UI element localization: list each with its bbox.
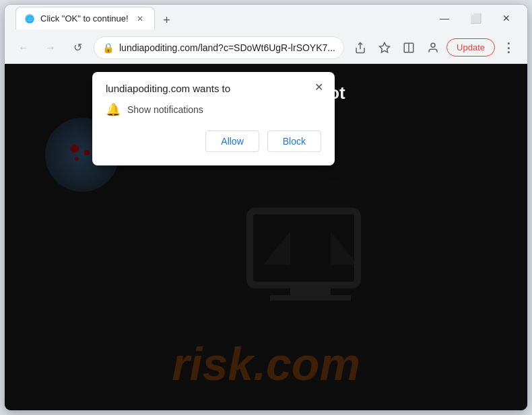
address-bar[interactable]: 🔒 lundiapoditing.com/land?c=SDoWt6UgR-lr… [94, 36, 344, 59]
tab-favicon: 🌐 [24, 13, 35, 24]
lock-icon: 🔒 [102, 42, 114, 53]
pc-icon-watermark [236, 204, 385, 314]
notification-popup: lundiapoditing.com wants to ✕ 🔔 Show not… [92, 72, 335, 165]
reload-button[interactable]: ↺ [67, 37, 88, 59]
browser-window: 🌐 Click "OK" to continue! ✕ + — ⬜ ✕ ← → … [4, 4, 528, 411]
address-text: lundiapoditing.com/land?c=SDoWt6UgR-lrSO… [119, 42, 335, 53]
popup-title: lundiapoditing.com wants to [106, 83, 321, 94]
tab-close-button[interactable]: ✕ [134, 13, 146, 25]
svg-marker-3 [380, 42, 390, 52]
maximize-button[interactable]: ⬜ [460, 5, 491, 32]
tab-label: Click "OK" to continue! [40, 13, 129, 24]
forward-button[interactable]: → [40, 37, 61, 59]
back-button[interactable]: ← [13, 37, 34, 59]
new-tab-button[interactable]: + [158, 11, 176, 30]
share-button[interactable] [350, 37, 371, 59]
block-button[interactable]: Block [267, 130, 321, 152]
active-tab[interactable]: 🌐 Click "OK" to continue! ✕ [15, 7, 155, 30]
popup-buttons: Allow Block [106, 130, 321, 152]
menu-button[interactable]: ⋮ [498, 37, 519, 59]
close-button[interactable]: ✕ [491, 5, 522, 32]
svg-text:🌐: 🌐 [26, 15, 34, 24]
title-bar: 🌐 Click "OK" to continue! ✕ + — ⬜ ✕ [5, 5, 527, 32]
svg-point-6 [431, 43, 435, 47]
bell-icon: 🔔 [106, 102, 121, 117]
permission-label: Show notifications [127, 104, 203, 115]
popup-permission-row: 🔔 Show notifications [106, 102, 321, 117]
risk-watermark: risk.com [172, 338, 360, 390]
window-controls: — ⬜ ✕ [429, 5, 522, 32]
toolbar: ← → ↺ 🔒 lundiapoditing.com/land?c=SDoWt6… [5, 32, 527, 64]
tab-strip: 🌐 Click "OK" to continue! ✕ + [10, 7, 429, 30]
website-background: you are not a robot [5, 64, 527, 410]
bookmark-button[interactable] [374, 37, 395, 59]
minimize-button[interactable]: — [429, 5, 460, 32]
profile-button[interactable] [422, 37, 444, 59]
content-area: you are not a robot [5, 64, 527, 410]
allow-button[interactable]: Allow [205, 130, 259, 152]
toolbar-actions: Update ⋮ [350, 37, 519, 59]
split-button[interactable] [398, 37, 420, 59]
popup-close-button[interactable]: ✕ [310, 79, 327, 95]
update-button[interactable]: Update [446, 38, 495, 56]
svg-rect-9 [270, 295, 351, 300]
svg-rect-8 [290, 285, 331, 295]
